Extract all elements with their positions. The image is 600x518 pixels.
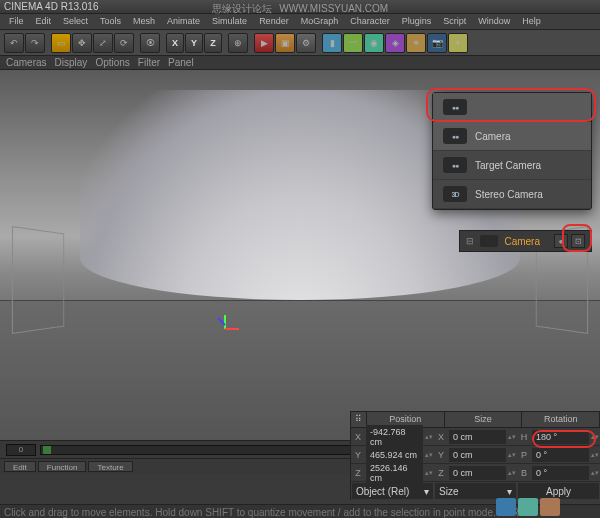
environment-tool[interactable]: ☀ (406, 33, 426, 53)
pos-y-field[interactable]: 465.924 cm (366, 448, 423, 462)
render-view[interactable]: ▶ (254, 33, 274, 53)
menu-window[interactable]: Window (473, 14, 515, 29)
spinner-icon[interactable]: ▴▾ (590, 451, 600, 459)
target-camera-label: Target Camera (475, 160, 541, 171)
axis-gizmo[interactable] (210, 315, 240, 345)
axis-y-toggle[interactable]: Y (185, 33, 203, 53)
menu-render[interactable]: Render (254, 14, 294, 29)
menu-file[interactable]: File (4, 14, 29, 29)
coords-grip-icon[interactable]: ⠿ (351, 412, 367, 427)
status-text: Click and drag to move elements. Hold do… (4, 507, 535, 518)
stereo-camera-option[interactable]: Stereo Camera (433, 180, 591, 209)
title-bar: CINEMA 4D R13.016 思缘设计论坛 WWW.MISSYUAN.CO… (0, 0, 600, 14)
apply-button[interactable]: Apply (518, 483, 599, 499)
size-mode-select[interactable]: Size▾ (435, 483, 516, 499)
label-sx: X (434, 432, 448, 442)
target-camera-option[interactable]: Target Camera (433, 151, 591, 180)
object-manager-row[interactable]: ⊟ Camera ● ⊡ (459, 230, 592, 252)
spinner-icon[interactable]: ▴▾ (507, 469, 517, 477)
menu-tools[interactable]: Tools (95, 14, 126, 29)
camera-tool[interactable]: 📷 (427, 33, 447, 53)
menu-character[interactable]: Character (345, 14, 395, 29)
primitive-cube[interactable]: ▮ (322, 33, 342, 53)
size-z-field[interactable]: 0 cm (449, 466, 506, 480)
spinner-icon[interactable]: ▴▾ (424, 433, 434, 441)
watermark-text: 思缘设计论坛 WWW.MISSYUAN.COM (212, 2, 388, 16)
move-tool[interactable]: ✥ (72, 33, 92, 53)
generator-tool[interactable]: ◉ (364, 33, 384, 53)
menu-simulate[interactable]: Simulate (207, 14, 252, 29)
vp-display[interactable]: Display (55, 57, 88, 68)
spinner-icon[interactable]: ▴▾ (424, 469, 434, 477)
badge-icon (496, 498, 516, 516)
tab-texture[interactable]: Texture (88, 461, 132, 472)
axis-z-toggle[interactable]: Z (204, 33, 222, 53)
camera-label: Camera (475, 131, 511, 142)
deformer-tool[interactable]: ◈ (385, 33, 405, 53)
axis-x-toggle[interactable]: X (166, 33, 184, 53)
watermark-badges (496, 498, 560, 516)
undo-button[interactable]: ↶ (4, 33, 24, 53)
pos-x-field[interactable]: -942.768 cm (366, 425, 423, 449)
menu-help[interactable]: Help (517, 14, 546, 29)
viewport-camera-tag[interactable]: ⊡ (571, 234, 585, 248)
redo-button[interactable]: ↷ (25, 33, 45, 53)
timeline-playhead[interactable] (43, 446, 51, 454)
visibility-tag[interactable]: ● (554, 234, 568, 248)
camera-object-icon (480, 235, 498, 247)
vp-options[interactable]: Options (95, 57, 129, 68)
vp-cameras[interactable]: Cameras (6, 57, 47, 68)
spinner-icon[interactable]: ▴▾ (507, 433, 517, 441)
menu-script[interactable]: Script (438, 14, 471, 29)
coord-row-x: X -942.768 cm▴▾ X 0 cm▴▾ H 180 °▴▾ (351, 428, 600, 446)
spinner-icon[interactable]: ▴▾ (424, 451, 434, 459)
tab-function[interactable]: Function (38, 461, 87, 472)
rot-h-field[interactable]: 180 ° (532, 430, 589, 444)
size-x-field[interactable]: 0 cm (449, 430, 506, 444)
label-z: Z (351, 468, 365, 478)
camera-icon (443, 157, 467, 173)
viewport-menubar: Cameras Display Options Filter Panel (0, 56, 600, 70)
camera-option[interactable]: Camera (433, 122, 591, 151)
rot-b-field[interactable]: 0 ° (532, 466, 589, 480)
label-b: B (517, 468, 531, 478)
scale-tool[interactable]: ⤢ (93, 33, 113, 53)
label-sz: Z (434, 468, 448, 478)
camera-menu-header[interactable] (433, 93, 591, 122)
tab-edit[interactable]: Edit (4, 461, 36, 472)
safe-frame-left (12, 226, 64, 334)
coord-system[interactable]: ⊕ (228, 33, 248, 53)
rot-p-field[interactable]: 0 ° (532, 448, 589, 462)
camera-object-name[interactable]: Camera (504, 236, 540, 247)
timeline-start[interactable]: 0 (6, 444, 36, 456)
vp-panel[interactable]: Panel (168, 57, 194, 68)
coords-footer: Object (Rel)▾ Size▾ Apply (351, 482, 600, 500)
gizmo-x-axis[interactable] (225, 328, 239, 330)
badge-icon (540, 498, 560, 516)
menu-edit[interactable]: Edit (31, 14, 57, 29)
recent-tool[interactable]: ⦿ (140, 33, 160, 53)
render-settings[interactable]: ⚙ (296, 33, 316, 53)
coord-mode-select[interactable]: Object (Rel)▾ (352, 483, 433, 499)
menu-animate[interactable]: Animate (162, 14, 205, 29)
main-toolbar: ↶ ↷ ▭ ✥ ⤢ ⟳ ⦿ X Y Z ⊕ ▶ ▣ ⚙ ▮ 〰 ◉ ◈ ☀ 📷 … (0, 30, 600, 56)
menu-mograph[interactable]: MoGraph (296, 14, 344, 29)
pos-z-field[interactable]: 2526.146 cm (366, 461, 423, 485)
menu-select[interactable]: Select (58, 14, 93, 29)
viewport-3d[interactable]: Camera Target Camera Stereo Camera ⊟ Cam… (0, 70, 600, 440)
rotate-tool[interactable]: ⟳ (114, 33, 134, 53)
spinner-icon[interactable]: ▴▾ (590, 469, 600, 477)
label-x: X (351, 432, 365, 442)
vp-filter[interactable]: Filter (138, 57, 160, 68)
camera-dropdown-menu: Camera Target Camera Stereo Camera (432, 92, 592, 210)
spinner-icon[interactable]: ▴▾ (590, 433, 600, 441)
menu-plugins[interactable]: Plugins (397, 14, 437, 29)
light-tool[interactable]: ✦ (448, 33, 468, 53)
size-y-field[interactable]: 0 cm (449, 448, 506, 462)
select-tool[interactable]: ▭ (51, 33, 71, 53)
render-region[interactable]: ▣ (275, 33, 295, 53)
spinner-icon[interactable]: ▴▾ (507, 451, 517, 459)
tree-expand-icon[interactable]: ⊟ (466, 236, 474, 246)
spline-tool[interactable]: 〰 (343, 33, 363, 53)
menu-mesh[interactable]: Mesh (128, 14, 160, 29)
